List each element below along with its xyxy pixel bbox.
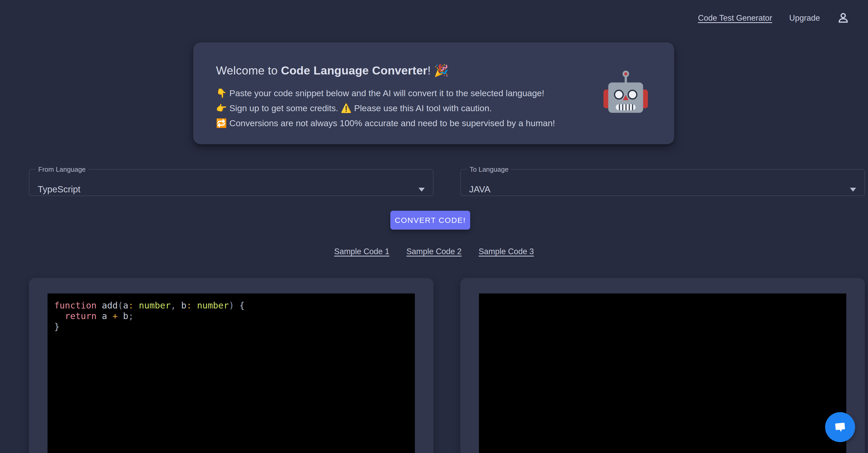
output-code-card: [460, 278, 865, 453]
welcome-text: 👇 Paste your code snippet below and the …: [216, 86, 649, 131]
source-code-editor[interactable]: function add(a: number, b: number) { ret…: [48, 293, 415, 453]
sample-links: Sample Code 1 Sample Code 2 Sample Code …: [0, 247, 868, 256]
account-button[interactable]: [837, 12, 849, 24]
sample-code-3-link[interactable]: Sample Code 3: [479, 247, 534, 256]
top-nav: Code Test Generator Upgrade: [698, 10, 849, 26]
output-code-editor[interactable]: [479, 293, 846, 453]
sample-code-2-link[interactable]: Sample Code 2: [406, 247, 462, 256]
welcome-title: Welcome to Code Language Converter! 🎉: [216, 64, 649, 77]
nav-item-upgrade[interactable]: Upgrade: [789, 13, 820, 23]
to-language-hit-area[interactable]: [461, 173, 864, 196]
source-code-content: function add(a: number, b: number) { ret…: [48, 293, 415, 332]
chat-bubble-icon: [833, 420, 847, 435]
welcome-card: Welcome to Code Language Converter! 🎉 👇 …: [193, 43, 674, 144]
from-language-hit-area[interactable]: [29, 173, 433, 196]
convert-code-button[interactable]: CONVERT CODE!: [390, 211, 470, 230]
page: { "nav": { "generator_link": "Code Test …: [0, 0, 868, 453]
welcome-line-3: 🔁 Conversions are not always 100% accura…: [216, 116, 649, 131]
welcome-line-2: 👉 Sign up to get some credits. ⚠️ Please…: [216, 101, 649, 116]
source-code-card: function add(a: number, b: number) { ret…: [29, 278, 433, 453]
from-language-label: From Language: [36, 166, 88, 173]
chat-widget-button[interactable]: [825, 412, 855, 442]
robot-icon: [603, 69, 648, 118]
person-icon: [837, 12, 849, 24]
to-language-label: To Language: [467, 166, 511, 173]
nav-link-code-test-generator[interactable]: Code Test Generator: [698, 13, 772, 23]
to-language-select[interactable]: To Language JAVA: [460, 166, 865, 196]
from-language-select[interactable]: From Language TypeScript: [29, 166, 433, 196]
sample-code-1-link[interactable]: Sample Code 1: [334, 247, 389, 256]
output-code-content: [479, 293, 846, 300]
welcome-line-1: 👇 Paste your code snippet below and the …: [216, 86, 649, 101]
